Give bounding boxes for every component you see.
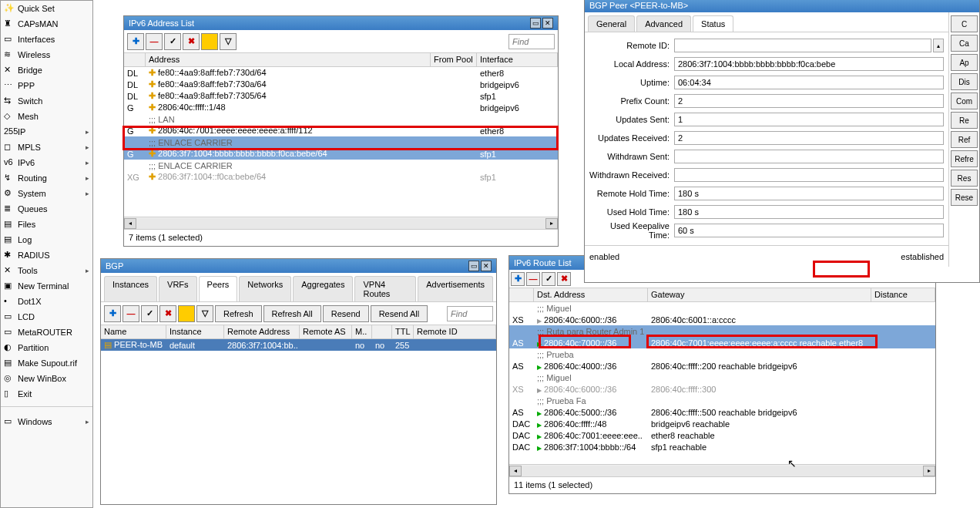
- field-input[interactable]: [674, 224, 944, 237]
- sidebar-item-ipv6[interactable]: v6IPv6▸: [1, 155, 92, 170]
- table-row[interactable]: AS▶ 2806:40c:4000::/362806:40c:ffff::200…: [509, 360, 935, 372]
- side-button[interactable]: Refre: [951, 150, 978, 167]
- field-input[interactable]: [674, 168, 944, 182]
- filter-button[interactable]: ▽: [220, 33, 237, 50]
- col-ttl[interactable]: TTL: [392, 325, 414, 338]
- col-rid[interactable]: Remote ID: [414, 325, 496, 338]
- refresh-all-button[interactable]: Refresh All: [263, 305, 321, 322]
- add-button[interactable]: ✚: [511, 272, 525, 286]
- scroll-right[interactable]: ▸: [923, 466, 935, 476]
- window-titlebar[interactable]: BGP ▭ ✕: [101, 259, 496, 273]
- tab-aggregates[interactable]: Aggregates: [293, 276, 353, 301]
- resend-all-button[interactable]: Resend All: [371, 305, 428, 322]
- col-ras[interactable]: Remote AS: [300, 325, 352, 338]
- side-button[interactable]: Dis: [951, 73, 978, 90]
- enable-button[interactable]: ✓: [542, 272, 555, 286]
- resend-button[interactable]: Resend: [323, 305, 369, 322]
- table-row[interactable]: AS▶ 2806:40c:5000::/362806:40c:ffff::500…: [509, 406, 935, 418]
- side-button[interactable]: Ref: [951, 131, 978, 148]
- remove-button[interactable]: —: [123, 305, 139, 322]
- comment-button[interactable]: [201, 33, 218, 50]
- table-row[interactable]: ;;; Prueba: [509, 348, 935, 360]
- table-row[interactable]: AS▶ 2806:40c:7000::/362806:40c:7001:eeee…: [509, 337, 935, 348]
- tab-advertisements[interactable]: Advertisements: [418, 276, 493, 301]
- sidebar-item-queues[interactable]: ≣Queues: [1, 201, 92, 217]
- side-button[interactable]: Com: [951, 93, 978, 109]
- sidebar-item-interfaces[interactable]: ▭Interfaces: [1, 32, 92, 47]
- sidebar-item-exit[interactable]: ▯Exit: [1, 386, 92, 402]
- remove-button[interactable]: —: [526, 272, 540, 286]
- table-row[interactable]: ▤ PEER-to-MBdefault2806:3f7:1004:bb..non…: [101, 339, 496, 351]
- add-button[interactable]: ✚: [127, 33, 144, 50]
- field-input[interactable]: [674, 150, 944, 163]
- col-gw[interactable]: Gateway: [648, 288, 871, 301]
- sidebar-item-switch[interactable]: ⇆Switch: [1, 93, 92, 109]
- side-button[interactable]: Res: [951, 170, 978, 187]
- sidebar-item-routing[interactable]: ↯Routing▸: [1, 170, 92, 186]
- col-r[interactable]: [372, 325, 392, 338]
- side-button[interactable]: Re: [951, 112, 978, 129]
- tab-networks[interactable]: Networks: [239, 276, 291, 301]
- tab-status[interactable]: Status: [693, 15, 733, 32]
- col-iface[interactable]: Interface: [477, 53, 558, 66]
- grid-body[interactable]: ;;; MiguelXS▶ 2806:40c:6000::/362806:40c…: [509, 302, 935, 464]
- sidebar-item-mpls[interactable]: ◻MPLS▸: [1, 140, 92, 155]
- sidebar-item-capsman[interactable]: ♜CAPsMAN: [1, 16, 92, 32]
- table-row[interactable]: DL✚ fe80::4aa9:8aff:feb7:730a/64bridgeip…: [124, 79, 558, 90]
- sidebar-item-log[interactable]: ▤Log: [1, 232, 92, 247]
- table-row[interactable]: ;;; ENLACE CARRIER: [124, 136, 558, 148]
- scroll-left[interactable]: ◂: [509, 466, 522, 476]
- sidebar-item-dot1x[interactable]: •Dot1X: [1, 294, 92, 309]
- minimize-button[interactable]: ▭: [530, 18, 541, 29]
- table-row[interactable]: ;;; Prueba Fa: [509, 395, 935, 406]
- col-name[interactable]: Name: [101, 325, 166, 338]
- col-flag[interactable]: [509, 288, 534, 301]
- close-button[interactable]: ✕: [542, 18, 553, 29]
- grid-body[interactable]: DL✚ fe80::4aa9:8aff:feb7:730d/64ether8DL…: [124, 67, 558, 217]
- col-pool[interactable]: From Pool: [431, 53, 477, 66]
- table-row[interactable]: G✚ 2806:40c:7001:eeee:eeee:eeee:a:ffff/1…: [124, 125, 558, 136]
- table-row[interactable]: DAC▶ 2806:40c:7001:eeee:eee..ether8 reac…: [509, 429, 935, 441]
- sidebar-item-bridge[interactable]: ✕Bridge: [1, 62, 92, 78]
- scrollbar-h[interactable]: ◂ ▸: [509, 464, 935, 476]
- window-titlebar[interactable]: IPv6 Address List ▭ ✕: [124, 16, 558, 30]
- table-row[interactable]: XS▶ 2806:40c:6000::/362806:40c:6001::a:c…: [509, 314, 935, 325]
- field-input[interactable]: [674, 94, 944, 108]
- col-dist[interactable]: Distance: [871, 288, 935, 301]
- col-flag[interactable]: [124, 53, 146, 66]
- table-row[interactable]: ;;; Miguel: [509, 372, 935, 383]
- sidebar-item-ppp[interactable]: ⋯PPP: [1, 78, 92, 93]
- table-row[interactable]: DAC▶ 2806:3f7:1004:bbbb::/64sfp1 reachab…: [509, 441, 935, 452]
- col-address[interactable]: Address: [146, 53, 431, 66]
- close-button[interactable]: ✕: [481, 261, 492, 271]
- table-row[interactable]: XG✚ 2806:3f7:1004::f0ca:bebe/64sfp1: [124, 171, 558, 183]
- scroll-left[interactable]: ◂: [124, 218, 136, 229]
- col-raddr[interactable]: Remote Address: [224, 325, 300, 338]
- sidebar-item-files[interactable]: ▤Files: [1, 217, 92, 232]
- tab-vpn4 routes[interactable]: VPN4 Routes: [354, 276, 416, 301]
- add-button[interactable]: ✚: [104, 305, 121, 322]
- table-row[interactable]: G✚ 2806:3f7:1004:bbbb:bbbb:bbbb:f0ca:beb…: [124, 148, 558, 160]
- sidebar-item-mesh[interactable]: ◇Mesh: [1, 109, 92, 124]
- field-input[interactable]: [674, 131, 944, 145]
- field-input[interactable]: [674, 76, 944, 89]
- field-input[interactable]: [674, 205, 944, 219]
- tab-instances[interactable]: Instances: [104, 276, 157, 301]
- scrollbar-h[interactable]: ◂ ▸: [124, 217, 558, 229]
- side-button[interactable]: C: [951, 15, 978, 32]
- tab-vrfs[interactable]: VRFs: [159, 276, 197, 301]
- disable-button[interactable]: ✖: [159, 305, 176, 322]
- table-row[interactable]: ;;; LAN: [124, 113, 558, 125]
- sidebar-item-new-winbox[interactable]: ◎New WinBox: [1, 371, 92, 386]
- table-row[interactable]: ;;; Miguel: [509, 302, 935, 314]
- disable-button[interactable]: ✖: [557, 272, 571, 286]
- side-button[interactable]: Ca: [951, 35, 978, 52]
- window-titlebar[interactable]: BGP Peer <PEER-to-MB>: [585, 0, 979, 12]
- sidebar-item-wireless[interactable]: ≋Wireless: [1, 47, 92, 62]
- find-input[interactable]: [447, 306, 493, 321]
- find-input[interactable]: [508, 34, 555, 49]
- table-row[interactable]: DL✚ fe80::4aa9:8aff:feb7:730d/64ether8: [124, 67, 558, 79]
- side-button[interactable]: Ap: [951, 54, 978, 71]
- tab-general[interactable]: General: [588, 15, 635, 32]
- filter-button[interactable]: ▽: [196, 305, 213, 322]
